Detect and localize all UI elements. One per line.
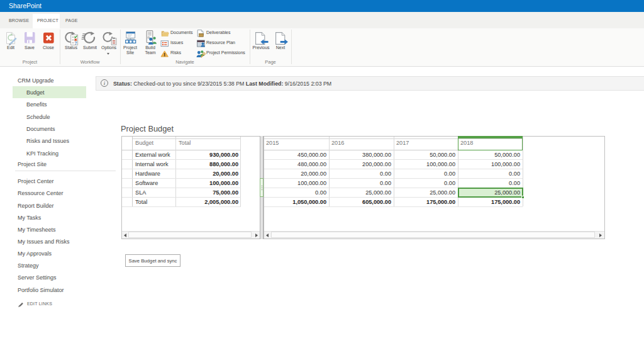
svg-text:?: ?	[75, 41, 77, 45]
